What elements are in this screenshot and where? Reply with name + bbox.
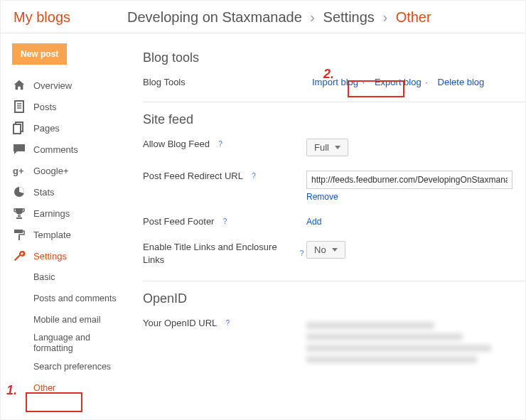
sidebar-item-label: Overview	[33, 80, 72, 91]
sidebar-item-label: Search preferences	[33, 362, 111, 372]
dropdown-value: No	[314, 244, 326, 255]
enclosure-label: Enable Title Links and Enclosure Links	[143, 241, 291, 266]
redirect-url-input[interactable]	[306, 171, 512, 189]
sidebar-item-googleplus[interactable]: g+ Google+	[12, 160, 136, 181]
help-icon[interactable]: ?	[220, 217, 230, 227]
allow-feed-label: Allow Blog Feed	[143, 139, 210, 149]
trophy-icon	[12, 206, 26, 220]
house-icon	[12, 78, 26, 92]
openid-label: Your OpenID URL	[143, 318, 217, 328]
dropdown-value: Full	[314, 142, 329, 153]
breadcrumb-sep: ›	[306, 9, 319, 25]
export-blog-link[interactable]: Export blog	[375, 77, 422, 87]
enclosure-dropdown[interactable]: No	[306, 241, 345, 259]
breadcrumb-settings[interactable]: Settings	[323, 9, 375, 25]
breadcrumb-blog[interactable]: Developing on Staxmanade	[127, 9, 302, 25]
svg-rect-5	[14, 124, 21, 134]
sidebar-item-earnings[interactable]: Earnings	[12, 203, 136, 224]
help-icon[interactable]: ?	[249, 171, 259, 181]
breadcrumb-other: Other	[396, 9, 431, 25]
paintroller-icon	[12, 227, 26, 242]
breadcrumb: Developing on Staxmanade › Settings › Ot…	[127, 9, 431, 26]
sidebar-item-label: Mobile and email	[33, 315, 101, 325]
sidebar-item-pages[interactable]: Pages	[12, 117, 136, 139]
document-icon	[12, 99, 26, 114]
sidebar-item-overview[interactable]: Overview	[12, 75, 136, 96]
delete-blog-link[interactable]: Delete blog	[438, 77, 485, 87]
separator-dot: ·	[425, 77, 428, 87]
comment-icon	[12, 142, 26, 156]
sidebar-item-label: Google+	[33, 166, 69, 176]
sidebar-item-label: Posts and comments	[33, 294, 117, 303]
sidebar-item-label: Basic	[33, 272, 55, 282]
section-title-blog-tools: Blog tools	[143, 50, 525, 65]
caret-down-icon	[335, 146, 340, 150]
annotation-number-1: 1.	[6, 383, 17, 398]
openid-blurred-content	[306, 318, 525, 367]
svg-text:g+: g+	[13, 166, 24, 176]
sidebar-sub-search-prefs[interactable]: Search preferences	[12, 356, 136, 377]
sidebar-item-label: Stats	[33, 187, 55, 198]
annotation-number-2: 2.	[323, 67, 334, 82]
new-post-button[interactable]: New post	[12, 43, 67, 65]
googleplus-icon: g+	[12, 163, 26, 178]
sidebar-sub-basic[interactable]: Basic	[12, 266, 136, 288]
sidebar-item-template[interactable]: Template	[12, 224, 136, 245]
section-title-openid: OpenID	[143, 291, 525, 306]
help-icon[interactable]: ?	[215, 139, 225, 149]
svg-rect-9	[18, 236, 20, 240]
section-title-site-feed: Site feed	[143, 112, 525, 127]
my-blogs-link[interactable]: My blogs	[14, 9, 70, 26]
sidebar-sub-mobile-email[interactable]: Mobile and email	[12, 309, 136, 330]
redirect-label: Post Feed Redirect URL	[143, 171, 243, 181]
sidebar-sub-posts-comments[interactable]: Posts and comments	[12, 288, 136, 309]
sidebar-item-label: Other	[33, 383, 55, 393]
allow-feed-dropdown[interactable]: Full	[306, 139, 348, 156]
caret-down-icon	[332, 248, 338, 252]
sidebar-item-label: Posts	[33, 102, 57, 112]
svg-rect-8	[14, 230, 23, 233]
sidebar-item-label: Pages	[33, 123, 60, 134]
sidebar-item-label: Comments	[33, 144, 78, 155]
sidebar-sub-other[interactable]: Other	[12, 377, 136, 399]
pages-icon	[12, 121, 26, 135]
sidebar-item-label: Earnings	[33, 208, 70, 219]
import-blog-link[interactable]: Import blog	[312, 77, 358, 87]
blog-tools-label: Blog Tools	[143, 77, 306, 87]
sidebar-item-stats[interactable]: Stats	[12, 181, 136, 203]
sidebar-sub-language[interactable]: Language and formatting	[12, 330, 136, 356]
sidebar-item-comments[interactable]: Comments	[12, 139, 136, 160]
footer-label: Post Feed Footer	[143, 216, 214, 227]
separator-dot: ·	[363, 77, 365, 87]
sidebar-item-label: Settings	[33, 251, 67, 262]
help-icon[interactable]: ?	[297, 249, 306, 259]
help-icon[interactable]: ?	[222, 318, 232, 328]
piechart-icon	[12, 185, 26, 199]
sidebar-item-posts[interactable]: Posts	[12, 96, 136, 117]
remove-link[interactable]: Remove	[306, 192, 338, 202]
svg-rect-0	[15, 101, 23, 112]
wrench-icon	[12, 249, 26, 263]
breadcrumb-sep: ›	[378, 9, 392, 25]
sidebar-item-label: Language and formatting	[33, 333, 112, 354]
sidebar-item-settings[interactable]: Settings	[12, 245, 136, 266]
sidebar-item-label: Template	[33, 230, 71, 240]
add-link[interactable]: Add	[306, 217, 321, 227]
